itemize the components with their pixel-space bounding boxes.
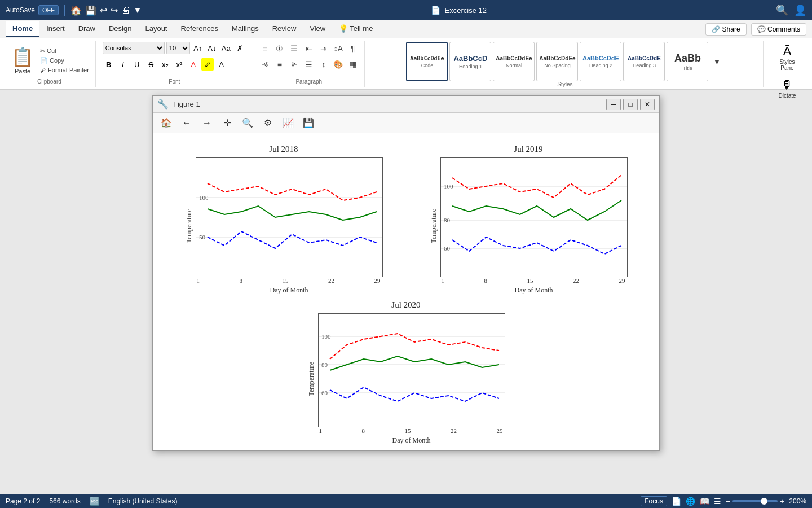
save-icon[interactable]: 💾 [85,5,96,16]
shading-button[interactable]: 🎨 [332,58,345,71]
shrink-font-button[interactable]: A↓ [206,42,218,54]
fig-save-button[interactable]: 💾 [299,115,317,131]
align-center-button[interactable]: ≡ [273,58,286,71]
group-font: Consolas 10 A↑ A↓ Aa ✗ B I U S x₂ x² [98,41,251,87]
fig-plot-button[interactable]: 📈 [279,115,297,131]
cut-button[interactable]: ✂ Cut [38,47,91,55]
style-code[interactable]: AaBbCcDdEe Code [406,42,448,81]
font-color-button[interactable]: A [187,58,200,71]
fig-home-button[interactable]: 🏠 [157,115,175,131]
fig-back-button[interactable]: ← [178,115,196,131]
sort-button[interactable]: ↕A [332,42,345,55]
share-button[interactable]: 🔗 Share [705,23,747,36]
zoom-level: 200% [789,497,806,505]
svg-text:100: 100 [444,183,453,190]
clipboard-buttons: 📋 Paste ✂ Cut 📄 Copy 🖌 Format Painter [8,42,91,78]
tab-design[interactable]: Design [102,21,138,37]
grow-font-button[interactable]: A↑ [192,42,204,54]
charts-bottom-row: Jul 2020 Temperature 100 [153,295,659,450]
subscript-button[interactable]: x₂ [159,58,171,71]
highlight-button[interactable]: 🖊 [201,58,214,71]
change-case-button[interactable]: Aa [220,42,232,54]
style-title[interactable]: AaBb Title [667,42,708,81]
underline-button[interactable]: U [131,58,143,71]
text-effects-button[interactable]: A [215,58,228,71]
multilevel-button[interactable]: ☰ [288,42,301,55]
chart-jul2018-svg: 100 50 [196,158,382,277]
redo-icon[interactable]: ↪ [111,5,118,16]
zoom-slider[interactable] [732,500,778,502]
minimize-button[interactable]: ─ [606,99,621,110]
language: English (United States) [108,497,178,505]
numbering-button[interactable]: ① [273,42,286,55]
align-left-button[interactable]: ⫷ [258,58,272,71]
font-size-select[interactable]: 10 [166,42,190,54]
paste-button[interactable]: 📋 Paste [8,45,37,76]
tab-insert[interactable]: Insert [39,21,72,37]
customize-icon[interactable]: ▼ [134,6,142,15]
view-mode-web[interactable]: 🌐 [686,497,695,506]
status-bar-right: Focus 📄 🌐 📖 ☰ − + 200% [641,496,806,506]
fig-forward-button[interactable]: → [198,115,216,131]
chart-jul2020-inner: 100 80 60 [318,313,505,427]
strikethrough-button[interactable]: S [145,58,157,71]
user-icon[interactable]: 👤 [794,4,806,16]
style-normal[interactable]: AaBbCcDdEe Normal [493,42,535,81]
bullets-button[interactable]: ≡ [258,42,272,55]
tab-layout[interactable]: Layout [138,21,174,37]
line-spacing-button[interactable]: ↕ [317,58,330,71]
dictate-button[interactable]: 🎙 Dictate [770,76,804,101]
copy-button[interactable]: 📄 Copy [38,56,91,65]
tab-mailings[interactable]: Mailings [225,21,266,37]
bold-button[interactable]: B [103,58,115,71]
view-mode-outline[interactable]: ☰ [714,497,721,506]
svg-text:60: 60 [321,389,328,396]
tab-review[interactable]: Review [266,21,303,37]
tab-draw[interactable]: Draw [72,21,102,37]
increase-indent-button[interactable]: ⇥ [317,42,330,55]
borders-button[interactable]: ▦ [346,58,360,71]
view-mode-print[interactable]: 📄 [672,497,681,506]
home-icon[interactable]: 🏠 [70,5,82,16]
print-icon[interactable]: 🖨 [121,5,130,15]
chart-jul2019-content: 100 80 60 1 [440,157,628,295]
fig-settings-button[interactable]: ⚙ [259,115,277,131]
zoom-out-button[interactable]: − [726,497,730,506]
fig-pan-button[interactable]: ✛ [218,115,236,131]
tab-home[interactable]: Home [6,21,39,37]
tab-tell-me[interactable]: 💡 Tell me [332,21,379,37]
tab-view[interactable]: View [303,21,332,37]
italic-button[interactable]: I [117,58,129,71]
autosave-toggle[interactable]: OFF [38,5,59,15]
style-heading3[interactable]: AaBbCcDdE Heading 3 [623,42,665,81]
tab-references[interactable]: References [174,21,225,37]
search-icon[interactable]: 🔍 [776,4,788,16]
view-mode-read[interactable]: 📖 [700,497,709,506]
paragraph-label: Paragraph [295,78,322,86]
chart-jul2019-ylabel: Temperature [430,209,438,243]
styles-pane-button[interactable]: Ā Styles Pane [770,42,804,73]
clear-format-button[interactable]: ✗ [234,42,246,54]
style-nospacing[interactable]: AaBbCcDdEe No Spacing [536,42,578,81]
font-name-row: Consolas 10 A↑ A↓ Aa ✗ [103,42,246,54]
zoom-in-button[interactable]: + [780,497,784,506]
decrease-indent-button[interactable]: ⇤ [302,42,316,55]
page-info: Page 2 of 2 [6,497,40,505]
superscript-button[interactable]: x² [173,58,186,71]
justify-button[interactable]: ☰ [302,58,316,71]
style-heading1[interactable]: AaBbCcD Heading 1 [449,42,491,81]
style-heading2[interactable]: AaBbCcDdE Heading 2 [580,42,621,81]
align-right-button[interactable]: ⫸ [288,58,301,71]
comments-button[interactable]: 💬 Comments [751,23,806,36]
show-hide-button[interactable]: ¶ [346,42,360,55]
format-painter-button[interactable]: 🖌 Format Painter [38,66,91,74]
font-name-select[interactable]: Consolas [103,42,165,54]
spell-check-icon[interactable]: 🔤 [90,497,99,506]
focus-button[interactable]: Focus [641,496,667,506]
maximize-button[interactable]: □ [623,99,638,110]
more-styles-button[interactable]: ▼ [710,55,723,68]
undo-icon[interactable]: ↩ [100,5,107,16]
close-button[interactable]: ✕ [640,99,655,110]
title-bar-right: 🔍 👤 [776,4,806,16]
fig-zoom-button[interactable]: 🔍 [239,115,257,131]
